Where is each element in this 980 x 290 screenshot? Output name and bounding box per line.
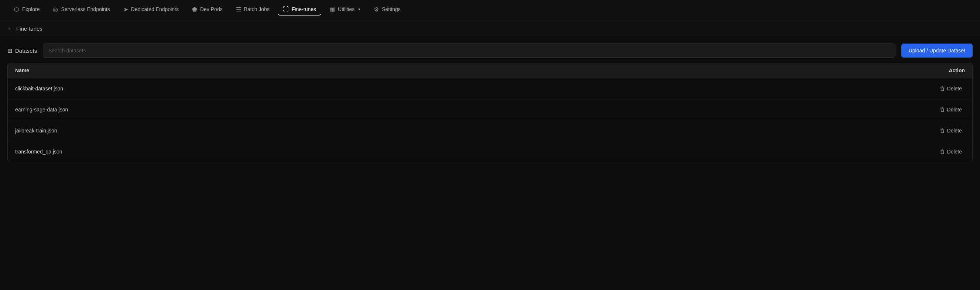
delete-button[interactable]: 🗑Delete xyxy=(937,105,965,114)
table-row: transformed_qa.json🗑Delete xyxy=(8,141,972,162)
upload-update-dataset-button[interactable]: Upload / Update Dataset xyxy=(901,44,973,57)
devpods-icon xyxy=(192,6,197,13)
nav-item-utilities[interactable]: Utilities ▾ xyxy=(324,4,366,16)
datasets-table-container: Name Action clickbait-dataset.json🗑Delet… xyxy=(7,63,973,162)
dataset-action-cell: 🗑Delete xyxy=(597,99,972,120)
nav-label-settings: Settings xyxy=(382,6,401,12)
dataset-name-cell: jailbreak-train.json xyxy=(8,120,597,141)
table-header-row: Name Action xyxy=(8,63,972,78)
nav-item-settings[interactable]: Settings xyxy=(369,4,406,16)
chevron-down-icon: ▾ xyxy=(358,7,360,12)
nav-item-serverless-endpoints[interactable]: Serverless Endpoints xyxy=(48,4,115,16)
datasets-table: Name Action clickbait-dataset.json🗑Delet… xyxy=(8,63,972,162)
dedicated-icon xyxy=(123,6,128,13)
nav-label-utilities: Utilities xyxy=(338,6,355,12)
delete-button[interactable]: 🗑Delete xyxy=(937,84,965,93)
column-header-name: Name xyxy=(8,63,597,78)
nav-bar: Explore Serverless Endpoints Dedicated E… xyxy=(0,0,980,19)
delete-button[interactable]: 🗑Delete xyxy=(937,147,965,156)
trash-icon: 🗑 xyxy=(940,86,945,92)
breadcrumb-label: Fine-tunes xyxy=(16,25,43,32)
table-row: jailbreak-train.json🗑Delete xyxy=(8,120,972,141)
nav-item-batch-jobs[interactable]: Batch Jobs xyxy=(231,4,275,16)
nav-item-fine-tunes[interactable]: Fine-tunes xyxy=(278,4,321,16)
dataset-action-cell: 🗑Delete xyxy=(597,141,972,162)
nav-label-dedicated: Dedicated Endpoints xyxy=(131,6,179,12)
delete-button[interactable]: 🗑Delete xyxy=(937,126,965,135)
nav-label-explore: Explore xyxy=(22,6,40,12)
dataset-name-cell: clickbait-dataset.json xyxy=(8,78,597,99)
datasets-icon: ⊞ xyxy=(7,47,12,54)
nav-item-dev-pods[interactable]: Dev Pods xyxy=(187,4,228,16)
table-row: clickbait-dataset.json🗑Delete xyxy=(8,78,972,99)
serverless-icon xyxy=(53,6,58,13)
nav-item-dedicated-endpoints[interactable]: Dedicated Endpoints xyxy=(118,4,184,16)
arrow-left-icon: ← xyxy=(7,25,13,32)
batchjobs-icon xyxy=(236,6,241,13)
trash-icon: 🗑 xyxy=(940,149,945,155)
trash-icon: 🗑 xyxy=(940,128,945,133)
trash-icon: 🗑 xyxy=(940,107,945,113)
dataset-action-cell: 🗑Delete xyxy=(597,78,972,99)
table-row: earning-sage-data.json🗑Delete xyxy=(8,99,972,120)
dataset-name-cell: earning-sage-data.json xyxy=(8,99,597,120)
breadcrumb-back-button[interactable]: ← Fine-tunes xyxy=(7,25,43,32)
settings-icon xyxy=(374,6,379,13)
nav-item-explore[interactable]: Explore xyxy=(9,4,45,16)
toolbar-row: ⊞ Datasets Upload / Update Dataset xyxy=(0,38,980,63)
column-header-action: Action xyxy=(597,63,972,78)
breadcrumb-bar: ← Fine-tunes xyxy=(0,19,980,38)
nav-label-serverless: Serverless Endpoints xyxy=(61,6,110,12)
datasets-section-label: ⊞ Datasets xyxy=(7,47,37,54)
nav-label-devpods: Dev Pods xyxy=(200,6,223,12)
utilities-icon xyxy=(329,6,335,13)
dataset-action-cell: 🗑Delete xyxy=(597,120,972,141)
dataset-name-cell: transformed_qa.json xyxy=(8,141,597,162)
finetunes-icon xyxy=(283,6,289,13)
nav-label-finetunes: Fine-tunes xyxy=(292,6,316,12)
nav-label-batchjobs: Batch Jobs xyxy=(244,6,270,12)
search-input[interactable] xyxy=(43,44,895,57)
explore-icon xyxy=(14,6,19,13)
